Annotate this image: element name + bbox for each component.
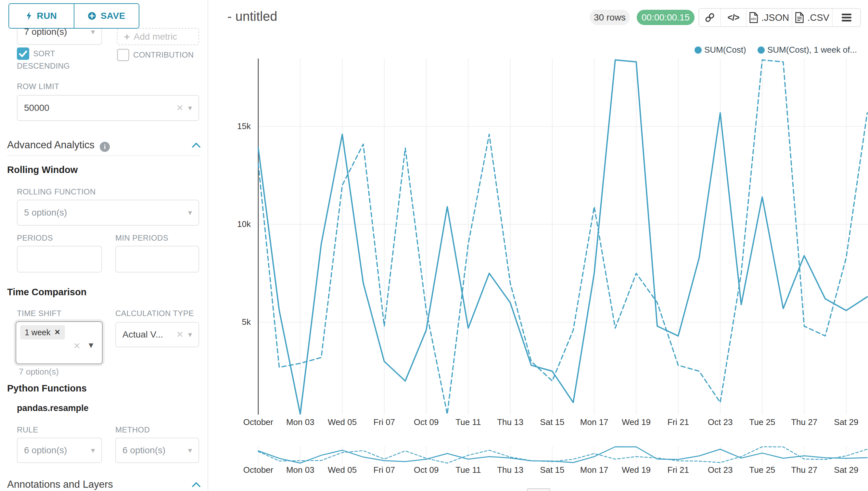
calculation-type-select[interactable]: Actual V... ✕ ▾ xyxy=(115,322,199,347)
plus-circle-icon xyxy=(88,12,96,20)
row-count-text: 30 rows xyxy=(594,12,626,23)
x-tick-label: Sat 15 xyxy=(529,417,575,427)
time-comparison-title: Time Comparison xyxy=(7,287,86,297)
x-tick-label: Fri 21 xyxy=(655,417,701,427)
y-tick-label: 15k xyxy=(228,121,251,132)
annotations-header[interactable]: Annotations and Layers xyxy=(7,479,200,490)
export-json-label: .JSON xyxy=(762,12,789,23)
explore-page: 7 option(s) ▾ + Add metric RUN SAVE xyxy=(0,0,868,491)
clear-icon[interactable]: ✕ xyxy=(176,329,184,340)
x-tick-label: Thu 27 xyxy=(782,417,827,427)
y-tick-label: 10k xyxy=(228,219,251,229)
collapse-chevron-icon[interactable] xyxy=(192,142,200,148)
run-save-button-group: RUN SAVE xyxy=(8,3,140,29)
hamburger-menu-icon xyxy=(841,13,852,22)
x-tick-label: October xyxy=(236,417,281,427)
json-file-icon: </> xyxy=(749,12,758,23)
clear-icon[interactable]: ✕ xyxy=(176,103,184,113)
x-tick-label: Wed 05 xyxy=(320,417,365,427)
check-icon xyxy=(17,48,29,60)
x-tick-label: Mon 17 xyxy=(571,465,617,475)
x-tick-label: Fri 07 xyxy=(362,465,407,475)
time-shift-label: TIME SHIFT xyxy=(17,309,61,318)
rolling-function-select[interactable]: 5 option(s) ▾ xyxy=(17,200,199,226)
legend-item-sum-cost-offset[interactable]: SUM(Cost), 1 week of... xyxy=(757,45,857,55)
min-periods-input[interactable] xyxy=(115,246,199,272)
method-select[interactable]: 6 option(s) ▾ xyxy=(115,438,199,463)
share-link-button[interactable] xyxy=(699,9,721,26)
periods-input[interactable] xyxy=(17,246,102,272)
chevron-down-icon[interactable]: ▾ xyxy=(188,446,192,455)
chevron-down-icon[interactable]: ▾ xyxy=(188,104,192,113)
export-json-button[interactable]: </> .JSON xyxy=(746,9,792,26)
chevron-down-icon[interactable]: ▾ xyxy=(91,27,95,36)
legend-dot-icon xyxy=(694,47,702,54)
add-metric-label: Add metric xyxy=(134,32,192,42)
export-csv-button[interactable]: .CSV xyxy=(792,9,833,26)
add-metric-button[interactable]: + Add metric xyxy=(117,28,199,45)
query-timer-text: 00:00:00.15 xyxy=(642,12,690,23)
chevron-down-icon[interactable]: ▼ xyxy=(87,341,95,350)
rule-value: 6 option(s) xyxy=(24,445,86,456)
legend-label: SUM(Cost), 1 week of... xyxy=(767,45,857,55)
series-line-solid xyxy=(258,60,867,414)
chevron-down-icon[interactable]: ▾ xyxy=(91,446,95,455)
checkbox-checked-icon[interactable] xyxy=(17,48,29,60)
legend-item-sum-cost[interactable]: SUM(Cost) xyxy=(694,45,746,55)
x-tick-label: Tue 25 xyxy=(739,417,785,427)
contribution-checkbox[interactable]: CONTRIBUTION xyxy=(117,49,208,61)
lightning-icon xyxy=(26,11,32,21)
x-tick-label: Mon 17 xyxy=(571,417,617,427)
sort-descending-checkbox[interactable]: SORT DESCENDING xyxy=(17,48,98,72)
remove-tag-icon[interactable]: ✕ xyxy=(54,328,60,337)
x-tick-label: Fri 21 xyxy=(655,465,701,475)
link-icon xyxy=(705,12,715,23)
run-button-label: RUN xyxy=(37,11,57,21)
rolling-function-value: 5 option(s) xyxy=(24,207,184,218)
x-tick-label: Tue 11 xyxy=(445,465,491,475)
checkbox-unchecked-icon[interactable] xyxy=(117,49,129,61)
x-tick-label: Oct 23 xyxy=(698,417,743,427)
legend-label: SUM(Cost) xyxy=(704,45,746,55)
save-button[interactable]: SAVE xyxy=(74,4,139,28)
row-count-badge: 30 rows xyxy=(590,10,630,25)
mini-overview-chart[interactable] xyxy=(257,446,868,464)
clear-icon[interactable]: ✕ xyxy=(73,341,81,351)
min-periods-label: MIN PERIODS xyxy=(115,233,168,242)
chart-menu-button[interactable] xyxy=(833,9,860,26)
periods-label: PERIODS xyxy=(17,233,53,242)
main-line-chart[interactable] xyxy=(257,59,868,414)
x-tick-label: Wed 19 xyxy=(614,417,659,427)
chevron-down-icon[interactable]: ▾ xyxy=(188,208,192,217)
calculation-type-value: Actual V... xyxy=(122,329,172,340)
rule-select[interactable]: 6 option(s) ▾ xyxy=(17,438,102,463)
save-button-label: SAVE xyxy=(101,11,125,21)
x-tick-label: Oct 09 xyxy=(403,417,449,427)
chevron-down-icon[interactable]: ▾ xyxy=(188,330,192,339)
control-panel-sidebar: 7 option(s) ▾ + Add metric RUN SAVE xyxy=(0,0,208,491)
row-limit-value: 50000 xyxy=(24,103,172,113)
row-limit-label: ROW LIMIT xyxy=(17,82,59,91)
x-tick-label: Wed 05 xyxy=(320,465,365,475)
x-tick-label: Tue 11 xyxy=(445,417,491,427)
run-button[interactable]: RUN xyxy=(9,4,74,28)
x-tick-label: Oct 23 xyxy=(698,465,743,475)
x-tick-label: October xyxy=(236,465,281,475)
rolling-window-title: Rolling Window xyxy=(7,165,78,175)
advanced-analytics-header[interactable]: Advanced Analytics i xyxy=(7,139,200,152)
x-tick-label: Sat 15 xyxy=(529,465,575,475)
x-tick-label: Mon 03 xyxy=(277,417,323,427)
collapse-chevron-icon[interactable] xyxy=(192,482,200,487)
x-tick-label: Sat 29 xyxy=(824,465,868,475)
row-limit-select[interactable]: 50000 ✕ ▾ xyxy=(17,95,199,121)
chart-title[interactable]: - untitled xyxy=(227,9,277,24)
embed-code-button[interactable]: </> xyxy=(721,9,746,26)
series-line-dashed xyxy=(258,60,867,414)
scroll-handle[interactable] xyxy=(527,488,550,491)
rolling-function-label: ROLLING FUNCTION xyxy=(17,187,95,196)
csv-file-icon xyxy=(795,12,804,23)
y-tick-label: 5k xyxy=(228,317,251,327)
time-shift-multiselect[interactable]: 1 week ✕ ✕ ▼ xyxy=(16,321,103,364)
info-icon[interactable]: i xyxy=(100,142,110,152)
x-tick-label: Thu 13 xyxy=(488,417,533,427)
